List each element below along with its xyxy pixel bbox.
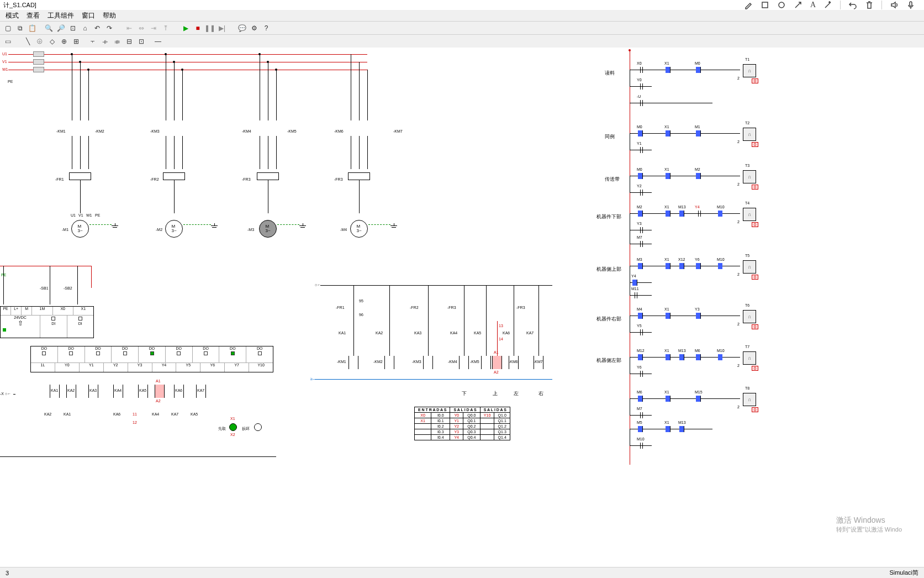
- undo-icon[interactable]: [848, 1, 857, 9]
- x2-lbl: X2: [230, 433, 235, 437]
- fr3-sym: [257, 172, 279, 180]
- svg-rect-2: [910, 2, 912, 6]
- phase-w: W1: [2, 67, 8, 71]
- phase-pe: PE: [8, 80, 13, 83]
- tool-redo-icon[interactable]: ↷: [104, 23, 115, 34]
- tool2-node-icon[interactable]: ⦾: [34, 36, 45, 47]
- ctrl-bus-bot: [315, 379, 552, 380]
- fuse-1: [33, 51, 44, 57]
- tool2-d3-icon[interactable]: ⊞: [71, 36, 82, 47]
- sb2-lbl: -SB2: [64, 286, 72, 290]
- tool2-line-icon[interactable]: ╲: [22, 36, 33, 47]
- plc-top: PE L+ M 1M X0 X1 24VDC ⇧ DI DI: [0, 306, 94, 338]
- km4-lbl: -KM4: [242, 129, 251, 133]
- x1-lbl: X1: [230, 417, 235, 421]
- fr1-sym: [69, 172, 91, 180]
- pencil-icon[interactable]: [744, 1, 753, 9]
- square-icon[interactable]: [761, 1, 769, 9]
- light-green: [229, 423, 237, 431]
- tool2-g2-icon[interactable]: ⟛: [99, 36, 110, 47]
- tool-new-icon[interactable]: ▢: [2, 23, 13, 34]
- text-icon[interactable]: A: [810, 1, 816, 9]
- timer: ⎍: [743, 208, 756, 221]
- sb1-lbl: -SB1: [40, 286, 49, 290]
- bus-v: [8, 62, 367, 62]
- fr2-sym: [163, 172, 185, 180]
- tool-step-icon[interactable]: ▶|: [217, 23, 228, 34]
- menu-window[interactable]: 窗口: [78, 10, 98, 22]
- tool-stop-icon[interactable]: ■: [192, 23, 203, 34]
- arrow-icon[interactable]: [794, 1, 802, 9]
- tool2-d2-icon[interactable]: ⊕: [59, 36, 70, 47]
- tool-msg-icon[interactable]: 💬: [236, 23, 247, 34]
- tool-copy-icon[interactable]: ⧉: [14, 23, 25, 34]
- fr1-lbl: -FR1: [55, 177, 64, 181]
- tool2-box-icon[interactable]: ▭: [2, 36, 13, 47]
- km3-lbl: -KM3: [150, 129, 160, 133]
- tool2-g1-icon[interactable]: ⫟: [87, 36, 98, 47]
- ctrl-bus-top: [320, 285, 552, 286]
- tool-find-icon[interactable]: 🔍: [43, 23, 54, 34]
- watermark: 激活 Windows 转到"设置"以激活 Windo: [836, 516, 902, 534]
- tool-align-c-icon[interactable]: ⇔: [136, 23, 147, 34]
- fr3b-sym: [348, 172, 370, 180]
- fuse-3: [33, 67, 44, 72]
- tool-home-icon[interactable]: ⌂: [80, 23, 91, 34]
- tool-undo-icon[interactable]: ↶: [92, 23, 103, 34]
- volume-icon[interactable]: [890, 1, 899, 9]
- fr3-lbl: -FR3: [242, 177, 251, 181]
- timer: ⎍: [743, 393, 756, 406]
- plc-bottom: DO DO DO DO DO DO DO DO DO 1L Y0 Y1 Y2 Y…: [30, 346, 273, 372]
- canvas[interactable]: U1 V1 W1 PE -KM1 -KM2 -KM3 -KM4 -KM5 -KM…: [0, 48, 924, 567]
- menu-tools[interactable]: 工具组件: [44, 10, 77, 22]
- fr2-lbl: -FR2: [150, 177, 159, 181]
- trash-icon[interactable]: [865, 1, 874, 9]
- motor-3: M3~: [259, 220, 277, 238]
- fr3b-lbl: -FR3: [334, 177, 343, 181]
- ground-4: [389, 223, 398, 230]
- wand-icon[interactable]: [823, 1, 832, 9]
- tool2-g3-icon[interactable]: ⟚: [112, 36, 123, 47]
- svg-rect-0: [762, 2, 768, 8]
- toolbar-2: ▭ ╲ ⦾ ◇ ⊕ ⊞ ⫟ ⟛ ⟚ ⊟ ⊡ —: [0, 34, 924, 48]
- menu-view[interactable]: 查看: [23, 10, 43, 22]
- tool-cfg-icon[interactable]: ⚙: [249, 23, 260, 34]
- title-icons: A: [744, 1, 915, 9]
- timer: ⎍: [743, 260, 756, 274]
- circle-icon[interactable]: [777, 1, 786, 9]
- tool-align-r-icon[interactable]: ⇥: [148, 23, 159, 34]
- tool2-g5-icon[interactable]: ⊡: [136, 36, 147, 47]
- menu-help[interactable]: 帮助: [99, 10, 119, 22]
- km5-lbl: -KM5: [287, 129, 297, 133]
- motor-2: M3~: [165, 220, 183, 238]
- contact: [638, 70, 645, 70]
- ground-1: [110, 223, 119, 230]
- menu-mode[interactable]: 模式: [2, 10, 22, 22]
- tool-help-icon[interactable]: ?: [261, 23, 272, 34]
- tool-align-t-icon[interactable]: ⤒: [160, 23, 171, 34]
- mic-icon[interactable]: [906, 1, 915, 9]
- timer: ⎍: [743, 170, 756, 183]
- timer: ⎍: [743, 310, 756, 323]
- title-bar: 计_S1.CAD] A: [0, 0, 924, 10]
- bus-w: [8, 70, 367, 70]
- tool-align-l-icon[interactable]: ⇤: [124, 23, 135, 34]
- km6-lbl: -KM6: [334, 129, 344, 133]
- phase-v: V1: [2, 60, 7, 64]
- tool2-dash-icon[interactable]: —: [152, 36, 163, 47]
- fuse-2: [33, 59, 44, 65]
- tool2-d1-icon[interactable]: ◇: [46, 36, 57, 47]
- tool-pause-icon[interactable]: ❚❚: [204, 23, 215, 34]
- toolbar-1: ▢ ⧉ 📋 🔍 🔎 ⊡ ⌂ ↶ ↷ ⇤ ⇔ ⇥ ⤒ ▶ ■ ❚❚ ▶| 💬 ⚙ …: [0, 21, 924, 34]
- tool-zoom-icon[interactable]: 🔎: [55, 23, 66, 34]
- tool-paste-icon[interactable]: 📋: [27, 23, 38, 34]
- tool2-g4-icon[interactable]: ⊟: [124, 36, 135, 47]
- timer: ⎍: [743, 64, 756, 77]
- ground-3: [298, 223, 307, 230]
- bus-u: [8, 54, 367, 55]
- motor-1: M3~: [71, 220, 89, 238]
- tool-play-icon[interactable]: ▶: [180, 23, 191, 34]
- tool-fit-icon[interactable]: ⊡: [67, 23, 78, 34]
- io-table: E N T R A D A SS A L I D A SS A L I D A …: [414, 407, 510, 440]
- contact: [696, 213, 703, 214]
